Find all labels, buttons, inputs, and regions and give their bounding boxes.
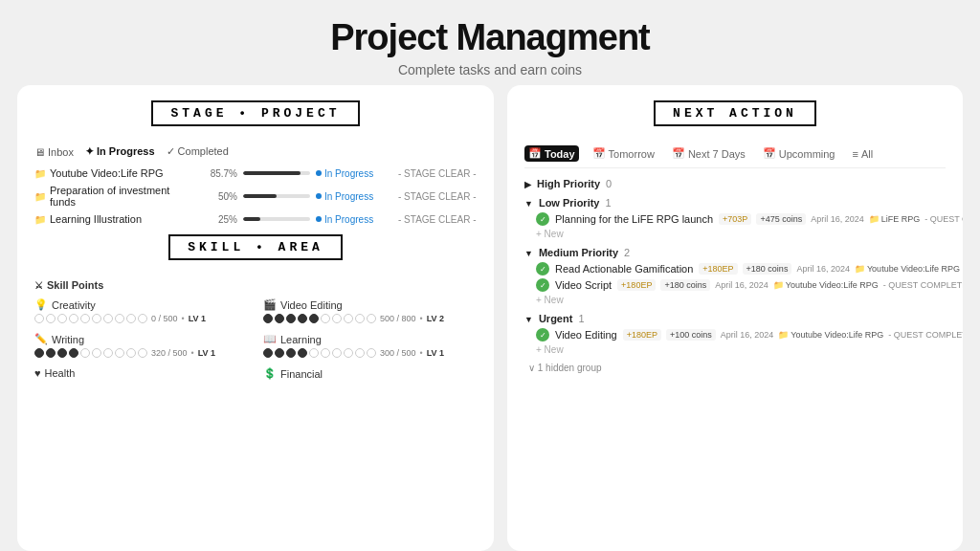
skill-learning: 📖 Learning 300 / 500 • LV 1 [263,333,477,358]
filter-tabs: 🖥 Inbox ✦ In Progress ✓ Completed [34,145,477,158]
quest-tag: - QUEST COMPLETE - [883,280,963,290]
status-tag: In Progress [316,191,392,202]
finance-icon: 💲 [263,367,277,380]
filter-in-progress[interactable]: ✦ In Progress [85,145,155,158]
video-icon: 🎬 [263,298,277,311]
pip [367,314,376,323]
pip [69,348,78,358]
pip [321,314,330,323]
project-row: Preparation of investment funds 50% In P… [34,185,477,208]
priority-group-low: Low Priority 1 ✓ Planning for the LiFE R… [524,197,946,239]
task-check-icon: ✓ [536,328,549,342]
stage-project-title: STAGE • PROJECT [151,100,359,126]
cal-icon: 📅 [672,147,685,160]
coins-badge: +475 coins [756,213,806,225]
pip [126,348,136,358]
pip [298,314,307,323]
pip [126,314,136,323]
add-task-low[interactable]: + New [524,229,946,239]
book-icon: 📖 [263,333,277,345]
skill-area-header: SKILL • AREA [34,234,477,270]
pip [275,314,284,323]
pip [263,348,273,358]
coins-badge: +100 coins [666,329,716,341]
xp-badge: +180EP [617,279,656,291]
progress-bar-bg [243,217,310,221]
cal-icon: 📅 [592,147,606,160]
skill-pips [263,314,376,323]
pip [80,314,90,323]
pip [69,314,78,323]
skill-pips [34,348,147,358]
project-bar-wrap: 25% In Progress - STAGE CLEAR - [203,214,477,225]
filter-completed[interactable]: ✓ Completed [167,145,229,158]
pip [275,348,284,358]
right-panel: NEXT ACTION 📅 Today 📅 Tomorrow 📅 Next 7 … [507,85,963,551]
skill-points-header: Skill Points [34,279,477,291]
status-dot [316,170,322,176]
chevron-down-icon [524,247,533,258]
task-meta: +703P +475 coins April 16, 2024 LiFE RPG… [719,213,963,225]
task-check-icon: ✓ [536,278,549,292]
folder-icon [34,190,46,202]
project-bar-wrap: 85.7% In Progress - STAGE CLEAR - [203,168,477,179]
tab-upcoming[interactable]: 📅 Upcomming [759,145,839,162]
chevron-down-icon [524,197,533,209]
priority-header-urgent[interactable]: Urgent 1 [524,313,946,324]
xp-badge: +180EP [699,263,737,275]
quest-tag: - QUEST COMPLETE - [924,214,963,224]
pip [46,314,56,323]
pip [57,314,67,323]
skill-section: SKILL • AREA Skill Points 💡 Creativity [34,234,477,383]
task-meta: +180EP +180 coins April 16, 2024 Youtube… [699,263,963,275]
pip [321,348,330,358]
task-date: April 16, 2024 [715,280,768,290]
pencil-icon: ✏️ [34,333,48,345]
coins-badge: +180 coins [660,279,710,291]
filter-inbox[interactable]: 🖥 Inbox [34,146,74,158]
next-action-header: NEXT ACTION [524,100,946,136]
pip [332,348,342,358]
tab-tomorrow[interactable]: 📅 Tomorrow [589,145,658,162]
panels-container: STAGE • PROJECT 🖥 Inbox ✦ In Progress ✓ … [0,85,980,551]
progress-bar-bg [243,194,310,198]
project-bar-wrap: 50% In Progress - STAGE CLEAR - [203,191,477,202]
skill-financial: 💲 Financial [263,367,477,383]
pip [298,348,307,358]
status-dot [316,216,322,222]
pip [34,348,44,358]
task-row: ✓ Video Script +180EP +180 coins April 1… [524,278,946,292]
page-header: Project Managment Complete tasks and ear… [330,0,650,85]
tab-today[interactable]: 📅 Today [524,145,579,162]
cal-icon: 📅 [528,147,542,160]
priority-group-high: High Priority 0 [524,178,946,189]
progress-bar-bg [243,171,310,175]
task-date: April 16, 2024 [811,214,864,224]
priority-header-high[interactable]: High Priority 0 [524,178,946,189]
task-name: Planning for the LiFE RPG launch [555,213,713,225]
progress-bar-fill [243,217,260,221]
skills-icon [34,279,43,291]
priority-header-low[interactable]: Low Priority 1 [524,197,946,209]
add-task-medium[interactable]: + New [524,295,946,305]
priority-header-medium[interactable]: Medium Priority 2 [524,247,946,258]
pip [80,348,90,358]
task-name: Read Actionable Gamification [555,263,693,275]
task-row: ✓ Video Editing +180EP +100 coins April … [524,328,946,342]
add-task-urgent[interactable]: + New [524,344,946,355]
tab-all[interactable]: ≡ All [848,145,877,162]
task-row: ✓ Read Actionable Gamification +180EP +1… [524,262,946,276]
project-badge: Youtube Video:Life RPG [773,280,879,290]
task-name: Video Script [555,279,612,291]
cal-icon: 📅 [763,147,776,160]
list-icon: ≡ [852,148,858,160]
pip [355,314,365,323]
xp-badge: +180EP [623,329,661,341]
project-badge: Youtube Video:Life RPG [855,264,960,274]
pip [57,348,67,358]
pip [344,314,353,323]
hidden-group[interactable]: ∨ 1 hidden group [524,363,946,373]
task-date: April 16, 2024 [796,264,850,274]
tab-next7[interactable]: 📅 Next 7 Days [668,145,749,162]
skill-points-label: Skill Points [47,279,103,291]
